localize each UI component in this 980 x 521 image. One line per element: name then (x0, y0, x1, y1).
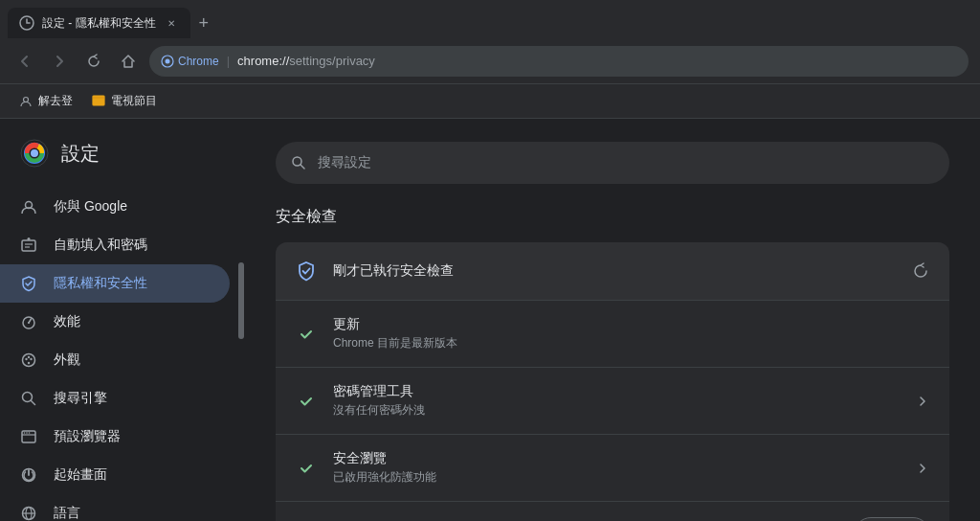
sidebar-item-startup[interactable]: 起始畫面 (0, 456, 230, 494)
search-bar-icon (291, 155, 306, 170)
sidebar-item-search[interactable]: 搜尋引擎 (0, 379, 230, 418)
browser-frame: 設定 - 隱私權和安全性 ✕ + (0, 0, 980, 521)
reload-button[interactable] (80, 48, 107, 75)
sidebar-scrollbar[interactable] (237, 119, 245, 521)
safe-browsing-chevron (915, 461, 930, 476)
sidebar-item-you-google-label: 你與 Google (54, 198, 127, 215)
svg-point-24 (24, 432, 26, 434)
bookmark-logout-label: 解去登 (38, 93, 73, 109)
search-input[interactable]: 搜尋設定 (318, 154, 371, 171)
sidebar-item-search-label: 搜尋引擎 (54, 390, 107, 407)
svg-point-13 (28, 238, 31, 240)
main-area: 設定 你與 Google (0, 119, 980, 521)
tab-bar: 設定 - 隱私權和安全性 ✕ + (0, 0, 980, 38)
safety-refresh-action[interactable] (911, 261, 930, 281)
search-bar-container: 搜尋設定 (276, 142, 949, 184)
sidebar-item-appearance-label: 外觀 (54, 351, 80, 369)
sidebar-item-appearance[interactable]: 外觀 (0, 341, 230, 379)
content-area: 搜尋設定 安全檢查 剛才已執行安全檢查 (245, 119, 980, 521)
new-tab-button[interactable]: + (190, 10, 217, 36)
sidebar-nav: 你與 Google 自動填入和密碼 (0, 184, 245, 521)
safety-row-safe-browsing[interactable]: 安全瀏覽 已啟用強化防護功能 (276, 435, 949, 502)
bookmarks-bar: 解去登 電視節目 (0, 84, 980, 119)
nav-bar: Chrome | chrome://settings/privacy (0, 38, 980, 84)
svg-point-15 (28, 322, 30, 324)
sidebar-title: 設定 (61, 141, 100, 167)
sidebar: 設定 你與 Google (0, 119, 245, 521)
chevron-right-icon-2 (915, 461, 930, 476)
safety-password-subtitle: 沒有任何密碼外洩 (333, 402, 900, 419)
svg-point-26 (29, 432, 31, 434)
extension-row: 檢查從 Chrome 線上應用程式商店下架的 1 項擴充功能 查看 (276, 502, 949, 521)
svg-point-19 (30, 358, 32, 360)
safety-password-content: 密碼管理工具 沒有任何密碼外洩 (333, 383, 900, 419)
safety-safe-browsing-title: 安全瀏覽 (333, 450, 900, 467)
secure-indicator: Chrome (161, 55, 219, 68)
search-icon (19, 389, 38, 408)
safety-update-content: 更新 Chrome 目前是最新版本 (333, 316, 930, 351)
svg-rect-4 (93, 96, 104, 105)
bookmark-tv[interactable]: 電視節目 (84, 89, 165, 113)
address-bar[interactable]: Chrome | chrome://settings/privacy (149, 46, 969, 77)
svg-point-17 (25, 358, 27, 360)
person-icon (19, 197, 38, 216)
safety-update-subtitle: Chrome 目前是最新版本 (333, 335, 930, 351)
safety-safe-browsing-subtitle: 已啟用強化防護功能 (333, 469, 900, 486)
safety-card: 剛才已執行安全檢查 更新 (276, 242, 949, 521)
check-password-icon (295, 390, 318, 413)
sidebar-header: 設定 (0, 119, 245, 184)
sidebar-item-language-label: 語言 (54, 505, 80, 521)
password-chevron (915, 394, 930, 409)
back-button[interactable] (11, 48, 38, 75)
speed-icon (19, 312, 38, 331)
sidebar-item-autofill-label: 自動填入和密碼 (54, 237, 147, 254)
badge-icon (19, 236, 38, 255)
safety-main-content: 剛才已執行安全檢查 (333, 262, 896, 280)
sidebar-item-performance-label: 效能 (54, 313, 80, 330)
safety-password-title: 密碼管理工具 (333, 383, 900, 400)
palette-icon (19, 351, 38, 370)
svg-point-20 (28, 362, 30, 364)
sidebar-item-startup-label: 起始畫面 (54, 466, 107, 484)
bookmark-logout[interactable]: 解去登 (11, 89, 80, 113)
language-icon (19, 504, 38, 521)
tab-close-button[interactable]: ✕ (164, 15, 179, 31)
svg-point-3 (24, 97, 29, 102)
safety-row-password[interactable]: 密碼管理工具 沒有任何密碼外洩 (276, 368, 949, 435)
sidebar-item-autofill[interactable]: 自動填入和密碼 (0, 226, 230, 264)
safety-row-update: 更新 Chrome 目前是最新版本 (276, 301, 949, 368)
check-safe-browsing-icon (295, 457, 318, 480)
search-bar[interactable]: 搜尋設定 (276, 142, 949, 184)
tab-favicon (19, 15, 34, 31)
tab-title: 設定 - 隱私權和安全性 (42, 15, 156, 32)
sidebar-item-default-browser[interactable]: 預設瀏覽器 (0, 418, 230, 456)
chevron-right-icon (915, 394, 930, 409)
bookmark-tv-label: 電視節目 (111, 93, 157, 109)
home-button[interactable] (115, 48, 142, 75)
svg-point-18 (28, 356, 30, 358)
section-title: 安全檢查 (276, 207, 949, 227)
sidebar-item-privacy-label: 隱私權和安全性 (54, 275, 147, 292)
svg-point-25 (26, 432, 28, 434)
power-icon (19, 465, 38, 485)
chrome-logo-icon (19, 138, 50, 169)
address-url: chrome://settings/privacy (237, 54, 375, 68)
svg-point-8 (31, 149, 38, 157)
sidebar-item-language[interactable]: 語言 (0, 494, 230, 521)
sidebar-item-you-google[interactable]: 你與 Google (0, 188, 230, 226)
browser-icon (19, 427, 38, 446)
safety-main-title: 剛才已執行安全檢查 (333, 262, 896, 280)
sidebar-item-privacy[interactable]: 隱私權和安全性 (0, 264, 230, 303)
svg-point-16 (23, 354, 35, 367)
active-tab[interactable]: 設定 - 隱私權和安全性 ✕ (8, 8, 190, 38)
sidebar-item-performance[interactable]: 效能 (0, 303, 230, 341)
view-extension-button[interactable]: 查看 (854, 517, 930, 521)
forward-button[interactable] (46, 48, 73, 75)
safety-update-title: 更新 (333, 316, 930, 333)
refresh-icon (911, 261, 930, 281)
shield-icon (19, 274, 38, 293)
svg-point-2 (166, 58, 170, 63)
safety-main-row: 剛才已執行安全檢查 (276, 242, 949, 301)
shield-check-icon (295, 260, 318, 283)
safety-safe-browsing-content: 安全瀏覽 已啟用強化防護功能 (333, 450, 900, 486)
